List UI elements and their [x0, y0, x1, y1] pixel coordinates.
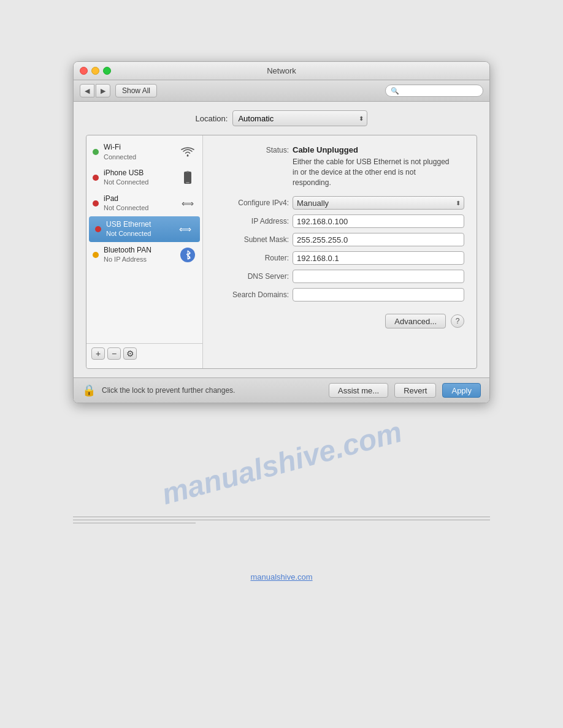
revert-button[interactable]: Revert	[394, 383, 436, 398]
dns-server-input[interactable]	[293, 270, 464, 283]
dns-server-row: DNS Server:	[215, 270, 464, 283]
ip-address-input[interactable]	[293, 214, 464, 228]
ip-address-label: IP Address:	[215, 217, 289, 226]
divider-line-1	[73, 517, 490, 517]
sidebar-item-usb-ethernet-status: Not Connected	[106, 229, 172, 238]
sidebar-item-usb-ethernet-name: USB Ethernet	[106, 220, 172, 230]
toolbar: ◀ ▶ Show All 🔍	[74, 80, 489, 102]
status-dot-usb-ethernet	[95, 226, 101, 232]
sidebar-item-bluetooth-pan[interactable]: Bluetooth PAN No IP Address	[86, 242, 202, 268]
status-description-row: Either the cable for USB Ethernet is not…	[215, 157, 464, 188]
ip-address-row: IP Address:	[215, 214, 464, 228]
detail-panel: Status: Cable Unplugged Either the cable…	[203, 135, 477, 368]
status-dot-iphone	[93, 175, 99, 181]
divider-line-short	[73, 523, 196, 523]
dns-server-label: DNS Server:	[215, 272, 289, 281]
subnet-mask-row: Subnet Mask:	[215, 233, 464, 246]
location-row: Location: Automatic	[86, 110, 477, 126]
lock-icon[interactable]: 🔒	[82, 384, 96, 397]
assist-me-button[interactable]: Assist me...	[329, 383, 388, 398]
search-box: 🔍	[385, 85, 483, 97]
svg-point-0	[187, 154, 189, 156]
sidebar-item-ipad[interactable]: iPad Not Connected ⟺	[86, 191, 202, 216]
subnet-mask-input[interactable]	[293, 233, 464, 246]
footer-text: Click the lock to prevent further change…	[102, 386, 323, 395]
forward-button[interactable]: ▶	[96, 84, 110, 97]
apply-button[interactable]: Apply	[442, 383, 481, 398]
wifi-icon	[179, 143, 196, 161]
router-label: Router:	[215, 254, 289, 262]
status-row: Status: Cable Unplugged	[215, 145, 464, 154]
ipad-arrow-icon: ⟺	[182, 199, 194, 208]
sidebar: Wi-Fi Connected	[86, 135, 203, 368]
sidebar-bottom-controls: + − ⚙	[86, 343, 202, 363]
title-bar: Network	[74, 62, 489, 80]
sidebar-item-wifi-status: Connected	[104, 153, 174, 161]
sidebar-item-iphone-name: iPhone USB	[104, 169, 174, 178]
search-domains-input[interactable]	[293, 288, 464, 301]
location-select[interactable]: Automatic	[232, 110, 367, 126]
status-value: Cable Unplugged	[293, 145, 358, 154]
remove-network-button[interactable]: −	[107, 347, 121, 360]
status-dot-wifi	[93, 149, 99, 155]
window-title: Network	[267, 66, 296, 75]
maximize-button[interactable]	[103, 67, 111, 75]
panel-buttons: Advanced... ?	[215, 314, 464, 328]
sidebar-item-bluetooth-name: Bluetooth PAN	[104, 246, 174, 256]
bluetooth-icon	[179, 246, 196, 264]
sidebar-item-wifi[interactable]: Wi-Fi Connected	[86, 139, 202, 165]
sidebar-item-usb-ethernet[interactable]: USB Ethernet Not Connected ⟺	[89, 216, 200, 242]
close-button[interactable]	[80, 67, 88, 75]
main-panel: Wi-Fi Connected	[86, 135, 477, 369]
svg-rect-2	[186, 182, 190, 183]
bottom-link-area: manualshive.com	[250, 572, 312, 582]
search-domains-label: Search Domains:	[215, 290, 289, 299]
add-network-button[interactable]: +	[91, 347, 105, 360]
content-area: Location: Automatic Wi-Fi Connec	[74, 102, 489, 377]
location-select-wrapper: Automatic	[232, 110, 367, 126]
svg-rect-3	[186, 171, 189, 172]
network-preferences-window: Network ◀ ▶ Show All 🔍 Location: Automat…	[73, 61, 490, 403]
location-label: Location:	[196, 114, 228, 123]
search-domains-row: Search Domains:	[215, 288, 464, 301]
sidebar-item-iphone-usb[interactable]: iPhone USB Not Connected	[86, 165, 202, 191]
minimize-button[interactable]	[91, 67, 99, 75]
search-input[interactable]	[402, 86, 478, 95]
watermark: manualshive.com	[158, 415, 405, 511]
status-label: Status:	[215, 145, 289, 154]
sidebar-item-ipad-status: Not Connected	[104, 203, 174, 212]
configure-ipv4-label: Configure IPv4:	[215, 199, 289, 207]
iphone-icon	[179, 169, 196, 186]
bottom-link[interactable]: manualshive.com	[250, 572, 312, 582]
show-all-button[interactable]: Show All	[115, 84, 157, 97]
status-section: Status: Cable Unplugged Either the cable…	[215, 145, 464, 188]
window-controls	[80, 67, 111, 75]
configure-ipv4-row: Configure IPv4: Manually Using DHCP Usin…	[215, 196, 464, 210]
configure-ipv4-select[interactable]: Manually Using DHCP Using DHCP with manu…	[293, 196, 464, 210]
sidebar-item-ipad-name: iPad	[104, 194, 174, 204]
search-icon: 🔍	[391, 87, 399, 95]
sidebar-item-wifi-name: Wi-Fi	[104, 143, 174, 153]
network-action-button[interactable]: ⚙	[123, 347, 137, 360]
status-description: Either the cable for USB Ethernet is not…	[293, 157, 452, 188]
window-footer: 🔒 Click the lock to prevent further chan…	[74, 377, 489, 403]
divider-lines	[73, 517, 490, 523]
usb-ethernet-icon: ⟺	[177, 221, 194, 238]
ipad-icon: ⟺	[179, 195, 196, 212]
nav-buttons: ◀ ▶	[80, 84, 110, 97]
sidebar-item-iphone-status: Not Connected	[104, 178, 174, 186]
help-button[interactable]: ?	[451, 314, 464, 328]
divider-line-2	[73, 520, 490, 520]
status-dot-ipad	[93, 200, 99, 207]
status-dot-bluetooth	[93, 252, 99, 258]
sidebar-item-bluetooth-status: No IP Address	[104, 255, 174, 264]
router-row: Router:	[215, 251, 464, 265]
subnet-mask-label: Subnet Mask:	[215, 235, 289, 244]
advanced-button[interactable]: Advanced...	[385, 314, 446, 328]
configure-ipv4-select-wrapper: Manually Using DHCP Using DHCP with manu…	[293, 196, 464, 210]
back-button[interactable]: ◀	[80, 84, 94, 97]
router-input[interactable]	[293, 251, 464, 265]
